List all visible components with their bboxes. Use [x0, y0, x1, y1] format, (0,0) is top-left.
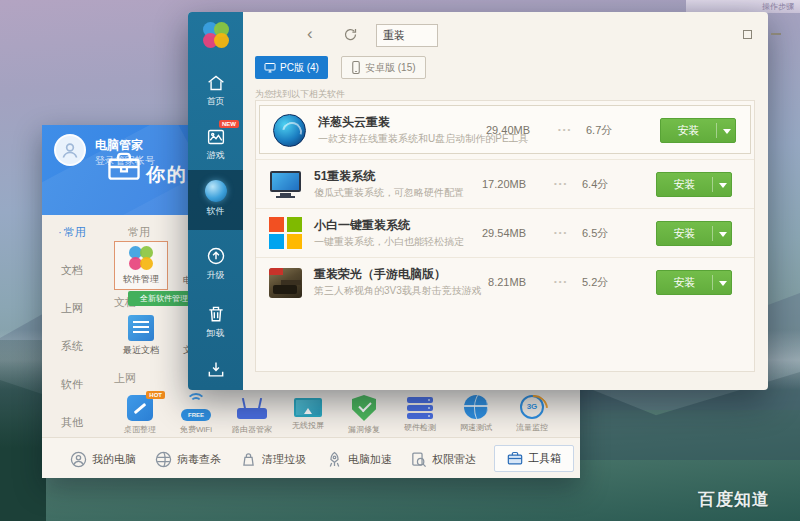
wallpaper-trees — [0, 340, 46, 521]
category-software[interactable]: 软件 — [42, 377, 102, 392]
software-topbar: ‹ × — [243, 12, 768, 56]
category-docs[interactable]: 文档 — [42, 263, 102, 278]
nav-my-computer[interactable]: 我的电脑 — [70, 449, 136, 469]
app-icon-onion — [273, 114, 306, 147]
category-other[interactable]: 其他 — [42, 415, 102, 430]
tool-data-monitor[interactable]: 3G 流量监控 — [505, 395, 559, 433]
menu-icon[interactable] — [743, 30, 752, 39]
avatar[interactable] — [54, 134, 86, 166]
app-row[interactable]: 小白一键重装系统 一键重装系统，小白也能轻松搞定 29.54MB ••• 6.5… — [256, 208, 754, 257]
upgrade-icon — [206, 246, 226, 266]
shield-check-icon — [352, 395, 376, 421]
chevron-down-icon[interactable] — [719, 183, 727, 192]
games-icon — [206, 128, 226, 146]
globe-icon — [464, 395, 488, 419]
trash-icon — [206, 304, 226, 324]
rating-dots: ••• — [554, 179, 568, 188]
nav-clean-junk[interactable]: 清理垃圾 — [240, 449, 306, 469]
sidebar-item-software[interactable]: 软件 — [188, 172, 243, 218]
install-button[interactable]: 安装 — [656, 221, 732, 246]
install-button[interactable]: 安装 — [656, 270, 732, 295]
rating-dots: ••• — [554, 277, 568, 286]
nav-toolbox[interactable]: 工具箱 — [494, 445, 574, 472]
section-net-label: 上网 — [114, 371, 136, 386]
search-input[interactable] — [376, 24, 438, 47]
sidebar-item-games[interactable]: NEW 游戏 — [188, 128, 243, 162]
tool-hardware-check[interactable]: 硬件检测 — [393, 395, 447, 433]
tool-software-manage[interactable]: 软件管理 — [114, 241, 168, 290]
tool-free-wifi[interactable]: FREE 免费WiFi — [169, 395, 223, 435]
tool-vuln-fix[interactable]: 漏洞修复 — [337, 395, 391, 435]
watermark: 百度知道 — [698, 488, 770, 511]
rocket-icon — [326, 451, 343, 468]
tool-router-manager[interactable]: 路由器管家 — [225, 395, 279, 435]
toolbox-icon — [106, 151, 142, 183]
phone-icon — [351, 61, 361, 74]
tool-speed-test[interactable]: 网速测试 — [449, 395, 503, 433]
scan-globe-icon — [155, 451, 172, 468]
home-icon — [206, 74, 226, 92]
chevron-down-icon[interactable] — [719, 281, 727, 290]
software-manager-window: 首页 NEW 游戏 软件 升级 卸载 — [188, 12, 768, 390]
category-network[interactable]: 上网 — [42, 301, 102, 316]
section-common-label: 常用 — [128, 225, 150, 240]
nav-virus-scan[interactable]: 病毒查杀 — [155, 449, 221, 469]
sidebar-item-uninstall[interactable]: 卸载 — [188, 304, 243, 340]
minimize-icon[interactable] — [771, 28, 781, 35]
free-wifi-icon: FREE — [179, 395, 213, 421]
chevron-down-icon[interactable] — [723, 129, 731, 138]
user-icon — [60, 140, 80, 160]
app-icon-windows — [269, 217, 302, 250]
recent-docs-icon — [128, 315, 154, 341]
software-sidebar: 首页 NEW 游戏 软件 升级 卸载 — [188, 12, 243, 390]
install-button[interactable]: 安装 — [660, 118, 736, 143]
category-column: ·常用 文档 上网 系统 软件 其他 — [42, 215, 102, 437]
app-icon-monitor — [269, 168, 302, 201]
app-row[interactable]: 洋葱头云重装 一款支持在线重装系统和U盘启动制作的PE工具 29.40MB ••… — [259, 105, 751, 154]
user-circle-icon — [70, 451, 87, 468]
monitor-icon — [264, 62, 276, 73]
rating-dots: ••• — [554, 228, 568, 237]
download-tray-icon — [206, 360, 226, 380]
server-stack-icon — [407, 395, 433, 419]
software-sphere-icon — [205, 180, 227, 202]
app-row[interactable]: 51重装系统 傻瓜式重装系统，可忽略硬件配置 17.20MB ••• 6.4分 … — [256, 159, 754, 208]
tool-screen-cast[interactable]: 无线投屏 — [281, 395, 335, 431]
refresh-icon[interactable] — [343, 27, 358, 42]
tab-pc[interactable]: PC版 (4) — [255, 56, 328, 79]
doc-search-icon — [410, 451, 427, 468]
app-list-panel: 洋葱头云重装 一款支持在线重装系统和U盘启动制作的PE工具 29.40MB ••… — [255, 100, 755, 372]
new-badge: NEW — [219, 120, 239, 128]
sidebar-item-home[interactable]: 首页 — [188, 74, 243, 108]
corner-text: 操作步骤 — [762, 1, 794, 12]
chevron-down-icon[interactable] — [719, 232, 727, 241]
clean-bag-icon — [240, 451, 257, 468]
app-icon-tank-game — [269, 266, 302, 299]
tool-recent-docs[interactable]: 最近文档 — [114, 315, 168, 357]
tool-desktop-organizer[interactable]: HOT 桌面整理 — [113, 395, 167, 435]
desktop: 操作步骤 百度知道 电脑管家 登录管家帐号 你的电脑 ·常用 文档 上网 系统 … — [0, 0, 800, 521]
sidebar-item-upgrade[interactable]: 升级 — [188, 246, 243, 282]
screen-cast-icon — [294, 398, 322, 417]
briefcase-icon — [507, 451, 523, 466]
category-system[interactable]: 系统 — [42, 339, 102, 354]
router-icon — [236, 395, 268, 421]
nav-speedup[interactable]: 电脑加速 — [326, 449, 392, 469]
rating-dots: ••• — [558, 125, 572, 134]
app-row[interactable]: 重装荣光（手游电脑版） 第三人称视角的3V3载具射击竞技游戏 8.21MB ••… — [256, 257, 754, 306]
sidebar-item-downloads[interactable] — [188, 360, 243, 380]
install-button[interactable]: 安装 — [656, 172, 732, 197]
software-manage-icon — [129, 246, 153, 270]
hot-badge: HOT — [146, 391, 165, 399]
tab-android[interactable]: 安卓版 (15) — [341, 56, 426, 79]
back-icon[interactable]: ‹ — [307, 26, 313, 42]
category-common[interactable]: ·常用 — [42, 225, 102, 240]
nav-permission-radar[interactable]: 权限雷达 — [410, 449, 476, 469]
app-logo-icon — [203, 22, 229, 48]
manager-bottom-nav: 我的电脑 病毒查杀 清理垃圾 电脑加速 权限雷达 工具箱 — [42, 437, 580, 478]
3g-icon: 3G — [520, 395, 544, 419]
